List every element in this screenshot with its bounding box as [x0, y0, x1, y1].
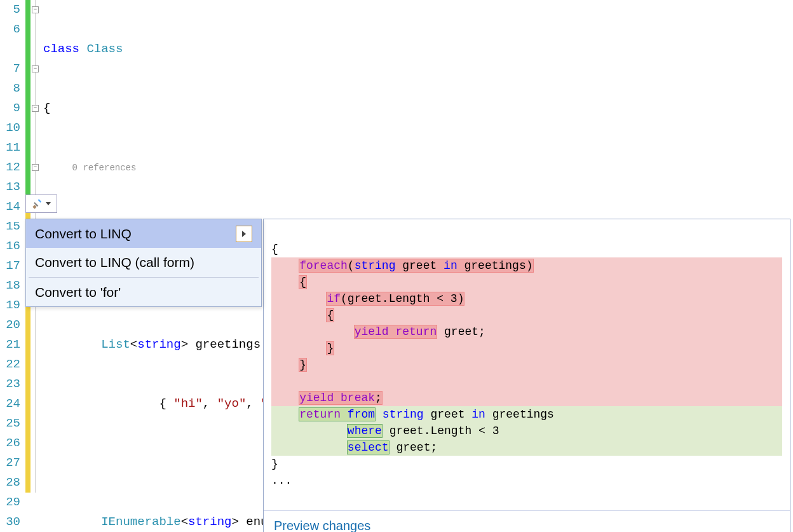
- menu-item-label: Convert to 'for': [35, 283, 121, 301]
- menu-item-convert-linq[interactable]: Convert to LINQ: [26, 219, 261, 248]
- submenu-arrow-button[interactable]: [236, 226, 252, 242]
- fold-toggle[interactable]: −: [32, 164, 39, 171]
- fold-toggle[interactable]: −: [32, 6, 39, 13]
- menu-item-label: Convert to LINQ: [35, 224, 132, 243]
- codelens-references[interactable]: 0 references: [72, 163, 137, 173]
- preview-changes-link[interactable]: Preview changes: [264, 510, 790, 532]
- quick-actions-button[interactable]: [25, 194, 57, 213]
- line-number-gutter: 5 6 7 8 9 10 11 12 13 14 15 16 17 18 19 …: [0, 0, 25, 532]
- menu-item-label: Convert to LINQ (call form): [35, 253, 194, 271]
- fold-toggle[interactable]: −: [32, 105, 39, 112]
- preview-changes-pane: { foreach(string greet in greetings) { i…: [263, 219, 790, 532]
- chevron-down-icon: [46, 202, 51, 205]
- diff-preview: { foreach(string greet in greetings) { i…: [264, 219, 790, 510]
- fold-toggle[interactable]: −: [32, 65, 39, 72]
- svg-rect-2: [38, 199, 42, 203]
- menu-item-convert-linq-call[interactable]: Convert to LINQ (call form): [26, 248, 261, 276]
- menu-item-convert-for[interactable]: Convert to 'for': [26, 278, 261, 306]
- quick-actions-menu: Convert to LINQ Convert to LINQ (call fo…: [25, 219, 262, 307]
- svg-rect-0: [32, 205, 36, 208]
- chevron-right-icon: [242, 231, 246, 237]
- screwdriver-icon: [32, 198, 43, 210]
